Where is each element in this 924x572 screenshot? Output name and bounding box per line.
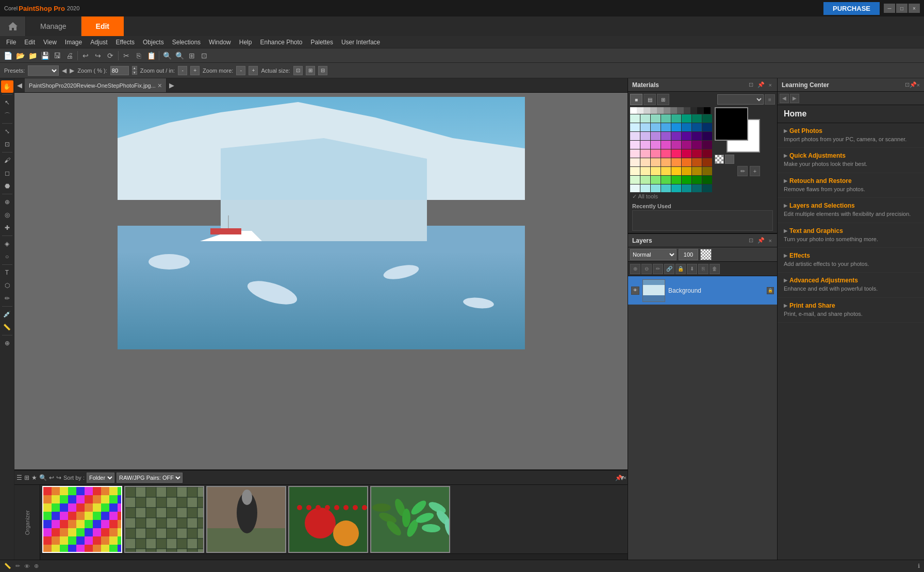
save-button[interactable]: 💾 [39, 50, 51, 61]
organizer-scrollbar[interactable] [40, 553, 628, 560]
main-canvas[interactable] [118, 97, 525, 349]
status-info-btn[interactable]: ℹ [918, 563, 920, 569]
org-btn-1[interactable]: ☰ [16, 474, 22, 481]
menu-file[interactable]: File [2, 36, 20, 48]
file-tab[interactable]: PaintShopPro2020Review-OneStepPhotoFix.j… [25, 78, 167, 92]
tool-deform[interactable]: ⤡ [1, 125, 13, 138]
learning-item-effects[interactable]: ▶Effects Add artistic effects to your ph… [778, 248, 924, 273]
learning-item-advanced[interactable]: ▶Advanced Adjustments Enhance and edit w… [778, 273, 924, 297]
tab-next[interactable]: ▶ [167, 78, 177, 92]
menu-effects[interactable]: Effects [112, 36, 139, 48]
org-pin[interactable]: 📌 [615, 475, 622, 481]
menu-adjust[interactable]: Adjust [86, 36, 111, 48]
layer-visibility-icon[interactable]: 👁 [631, 287, 639, 295]
tool-crop[interactable]: ⊡ [1, 138, 13, 150]
undo-button[interactable]: ↩ [80, 50, 91, 61]
raw-jpg-select[interactable]: RAW/JPG Pairs: OFF [117, 473, 183, 483]
learning-item-text[interactable]: ▶Text and Graphics Turn your photo into … [778, 223, 924, 248]
tool-retouch[interactable]: ◎ [1, 209, 13, 221]
thumb-colorful[interactable] [42, 486, 122, 553]
tool-pan[interactable]: ✋ [1, 80, 13, 93]
menu-window[interactable]: Window [205, 36, 235, 48]
tool-select[interactable]: ↖ [1, 96, 13, 109]
preset-arrow-right[interactable]: ▶ [70, 67, 74, 74]
thumb-tiles[interactable] [124, 486, 204, 553]
layer-tool-6[interactable]: ⬇ [687, 264, 697, 274]
paste-button[interactable]: 📋 [145, 50, 157, 61]
zoom-out-button[interactable]: 🔍 [174, 50, 185, 61]
zoom-more-out[interactable]: - [236, 66, 245, 75]
status-btn-4[interactable]: ⊕ [34, 563, 39, 569]
tool-heal[interactable]: ✚ [1, 222, 13, 234]
org-redo[interactable]: ↪ [56, 474, 61, 481]
open-from-button[interactable]: 📁 [27, 50, 38, 61]
menu-selections[interactable]: Selections [168, 36, 205, 48]
tab-edit[interactable]: Edit [81, 16, 124, 36]
menu-palettes[interactable]: Palettes [307, 36, 337, 48]
tool-measure[interactable]: 📏 [1, 321, 13, 333]
zoom-more-in[interactable]: + [249, 66, 258, 75]
color-edit-btn[interactable]: ✏ [737, 166, 748, 176]
org-x[interactable]: × [623, 475, 626, 481]
menu-user-interface[interactable]: User Interface [337, 36, 384, 48]
tool-eraser[interactable]: ◻ [1, 167, 13, 179]
zoom-in-btn[interactable]: + [190, 66, 200, 75]
org-btn-2[interactable]: ⊞ [24, 474, 29, 481]
learning-item-layers[interactable]: ▶Layers and Selections Edit multiple ele… [778, 198, 924, 223]
learning-item-quick-adj[interactable]: ▶Quick Adjustments Make your photos look… [778, 148, 924, 173]
tool-dodge[interactable]: ○ [1, 250, 13, 263]
zoom-out-btn[interactable]: - [178, 66, 187, 75]
thumb-vegetables[interactable] [288, 486, 368, 553]
menu-view[interactable]: View [39, 36, 61, 48]
tool-text[interactable]: T [1, 266, 13, 279]
learning-close[interactable]: × [917, 82, 920, 88]
learning-pin[interactable]: 📌 [910, 81, 917, 88]
zoom-down[interactable]: ▼ [132, 71, 137, 75]
actual-size-button[interactable]: ⊡ [199, 50, 210, 61]
materials-restore[interactable]: ⊡ [748, 81, 754, 88]
layers-pin[interactable]: 📌 [756, 237, 766, 244]
swatch-canvas[interactable] [630, 107, 713, 192]
save-as-button[interactable]: 🖫 [52, 50, 63, 61]
zoom-up[interactable]: ▲ [132, 66, 137, 70]
tool-paintbrush[interactable]: 🖌 [1, 154, 13, 166]
status-btn-1[interactable]: 📏 [4, 563, 11, 569]
org-undo[interactable]: ↩ [49, 474, 54, 481]
menu-enhance-photo[interactable]: Enhance Photo [256, 36, 306, 48]
learning-back[interactable]: ◀ [780, 94, 789, 103]
purchase-button[interactable]: PURCHASE [823, 2, 880, 15]
tool-sharpen[interactable]: ◈ [1, 238, 13, 250]
tab-manage[interactable]: Manage [26, 16, 81, 36]
org-btn-4[interactable]: 🔍 [39, 474, 47, 481]
materials-pin[interactable]: 📌 [756, 81, 766, 88]
open-button[interactable]: 📂 [14, 50, 26, 61]
swatch-gradient-btn[interactable]: ▤ [644, 94, 656, 105]
cut-button[interactable]: ✂ [121, 50, 132, 61]
org-btn-3[interactable]: ★ [31, 474, 37, 481]
preset-arrow-left[interactable]: ◀ [62, 67, 67, 74]
tool-extra[interactable]: ⊕ [1, 337, 13, 349]
materials-close[interactable]: × [768, 82, 773, 88]
thumb-ostrich[interactable] [206, 486, 286, 553]
menu-image[interactable]: Image [61, 36, 86, 48]
color-add-btn[interactable]: + [750, 166, 760, 176]
layer-tool-5[interactable]: 🔒 [675, 264, 686, 274]
zoom-input[interactable] [110, 66, 129, 75]
canvas-wrapper[interactable] [14, 93, 628, 469]
tool-fill[interactable]: ⬣ [1, 180, 13, 192]
tool-eyedropper[interactable]: 💉 [1, 308, 13, 321]
status-btn-3[interactable]: 👁 [24, 563, 30, 569]
layers-restore[interactable]: ⊡ [748, 237, 754, 244]
toggle-view-btn[interactable]: ⊟ [318, 66, 327, 75]
layer-tool-dup[interactable]: ⎘ [698, 264, 708, 274]
layer-tool-3[interactable]: ✏ [653, 264, 663, 274]
redo-button[interactable]: ↪ [92, 50, 104, 61]
swatch-color-btn[interactable]: ■ [630, 94, 642, 105]
layer-tool-del[interactable]: 🗑 [710, 264, 720, 274]
layers-close[interactable]: × [768, 238, 773, 244]
minimize-button[interactable]: ─ [884, 4, 895, 13]
layer-tool-4[interactable]: 🔗 [664, 264, 674, 274]
learning-item-print[interactable]: ▶Print and Share Print, e-mail, and shar… [778, 298, 924, 323]
actual-size-btn[interactable]: ⊡ [293, 66, 303, 75]
learning-item-get-photos[interactable]: ▶Get Photos Import photos from your PC, … [778, 123, 924, 148]
